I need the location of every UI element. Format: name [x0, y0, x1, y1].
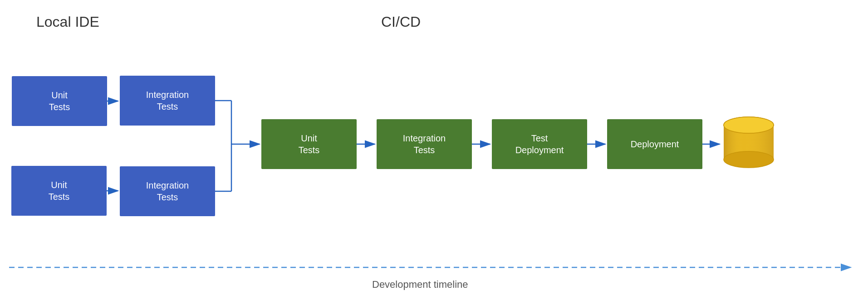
cicd-label: CI/CD	[381, 14, 421, 30]
integration-tests-2: IntegrationTests	[120, 166, 215, 216]
unit-tests-1: UnitTests	[12, 76, 107, 126]
cicd-unit-tests: UnitTests	[261, 119, 357, 169]
unit-tests-2: UnitTests	[11, 166, 107, 216]
cicd-deployment: Deployment	[607, 119, 702, 169]
integration-tests-1: IntegrationTests	[120, 76, 215, 126]
diagram-container: Local IDE CI/CD UnitTests IntegrationTes…	[0, 0, 868, 305]
svg-point-3	[724, 151, 774, 168]
database-icon	[721, 112, 776, 173]
timeline-label: Development timeline	[372, 279, 468, 290]
local-ide-label: Local IDE	[36, 14, 99, 30]
svg-point-4	[724, 117, 774, 133]
cicd-integration-tests: IntegrationTests	[377, 119, 472, 169]
cicd-test-deployment: TestDeployment	[492, 119, 587, 169]
